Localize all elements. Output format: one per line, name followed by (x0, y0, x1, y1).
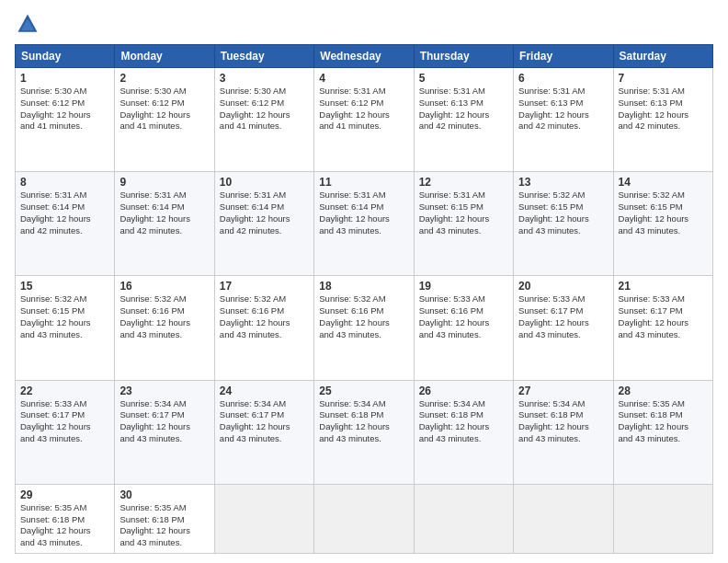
day-info: Sunrise: 5:34 AM Sunset: 6:17 PM Dayligh… (119, 398, 209, 445)
day-number: 28 (619, 385, 708, 397)
day-number: 2 (119, 72, 209, 85)
weekday-header-row: SundayMondayTuesdayWednesdayThursdayFrid… (16, 45, 713, 68)
day-number: 14 (619, 176, 708, 189)
calendar-cell: 4Sunrise: 5:31 AM Sunset: 6:12 PM Daylig… (314, 68, 414, 172)
day-number: 30 (119, 488, 209, 501)
day-info: Sunrise: 5:33 AM Sunset: 6:17 PM Dayligh… (20, 398, 109, 445)
day-info: Sunrise: 5:31 AM Sunset: 6:14 PM Dayligh… (220, 190, 309, 236)
day-number: 21 (619, 280, 708, 293)
calendar-cell: 16Sunrise: 5:32 AM Sunset: 6:16 PM Dayli… (115, 276, 214, 380)
weekday-monday: Monday (115, 45, 214, 68)
day-number: 27 (518, 385, 608, 397)
day-number: 3 (220, 72, 309, 85)
week-row-5: 29Sunrise: 5:35 AM Sunset: 6:18 PM Dayli… (16, 484, 713, 553)
day-info: Sunrise: 5:30 AM Sunset: 6:12 PM Dayligh… (20, 86, 109, 132)
calendar-cell: 9Sunrise: 5:31 AM Sunset: 6:14 PM Daylig… (115, 172, 214, 276)
day-info: Sunrise: 5:34 AM Sunset: 6:18 PM Dayligh… (319, 398, 408, 445)
calendar-cell: 24Sunrise: 5:34 AM Sunset: 6:17 PM Dayli… (214, 380, 313, 484)
day-number: 5 (419, 72, 508, 85)
header (15, 11, 713, 37)
calendar-cell (214, 484, 313, 553)
calendar-cell: 11Sunrise: 5:31 AM Sunset: 6:14 PM Dayli… (314, 172, 414, 276)
calendar-cell: 26Sunrise: 5:34 AM Sunset: 6:18 PM Dayli… (414, 380, 513, 484)
day-number: 25 (319, 385, 408, 397)
calendar-cell: 23Sunrise: 5:34 AM Sunset: 6:17 PM Dayli… (115, 380, 214, 484)
day-number: 15 (20, 280, 109, 293)
calendar-table: SundayMondayTuesdayWednesdayThursdayFrid… (15, 44, 713, 554)
day-info: Sunrise: 5:31 AM Sunset: 6:14 PM Dayligh… (20, 190, 109, 236)
day-info: Sunrise: 5:32 AM Sunset: 6:16 PM Dayligh… (319, 293, 408, 340)
calendar-cell: 7Sunrise: 5:31 AM Sunset: 6:13 PM Daylig… (613, 68, 712, 172)
calendar-cell: 21Sunrise: 5:33 AM Sunset: 6:17 PM Dayli… (613, 276, 712, 380)
day-number: 22 (20, 385, 109, 397)
calendar-cell: 29Sunrise: 5:35 AM Sunset: 6:18 PM Dayli… (16, 484, 115, 553)
day-number: 1 (20, 72, 109, 85)
day-info: Sunrise: 5:33 AM Sunset: 6:17 PM Dayligh… (518, 293, 608, 340)
day-info: Sunrise: 5:31 AM Sunset: 6:12 PM Dayligh… (319, 86, 408, 132)
calendar-cell: 10Sunrise: 5:31 AM Sunset: 6:14 PM Dayli… (214, 172, 313, 276)
day-info: Sunrise: 5:32 AM Sunset: 6:16 PM Dayligh… (119, 293, 209, 340)
weekday-thursday: Thursday (414, 45, 513, 68)
calendar-cell: 14Sunrise: 5:32 AM Sunset: 6:15 PM Dayli… (613, 172, 712, 276)
calendar-cell: 5Sunrise: 5:31 AM Sunset: 6:13 PM Daylig… (414, 68, 513, 172)
page: SundayMondayTuesdayWednesdayThursdayFrid… (0, 0, 728, 563)
calendar-cell (613, 484, 712, 553)
day-info: Sunrise: 5:33 AM Sunset: 6:17 PM Dayligh… (619, 293, 708, 340)
day-info: Sunrise: 5:31 AM Sunset: 6:13 PM Dayligh… (619, 86, 708, 132)
day-number: 8 (20, 176, 109, 189)
weekday-tuesday: Tuesday (214, 45, 313, 68)
day-info: Sunrise: 5:32 AM Sunset: 6:16 PM Dayligh… (220, 293, 309, 340)
day-info: Sunrise: 5:34 AM Sunset: 6:18 PM Dayligh… (518, 398, 608, 445)
calendar-cell: 22Sunrise: 5:33 AM Sunset: 6:17 PM Dayli… (16, 380, 115, 484)
day-number: 12 (419, 176, 508, 189)
day-info: Sunrise: 5:35 AM Sunset: 6:18 PM Dayligh… (619, 398, 708, 445)
calendar-cell: 2Sunrise: 5:30 AM Sunset: 6:12 PM Daylig… (115, 68, 214, 172)
calendar-cell: 12Sunrise: 5:31 AM Sunset: 6:15 PM Dayli… (414, 172, 513, 276)
day-info: Sunrise: 5:31 AM Sunset: 6:13 PM Dayligh… (518, 86, 608, 132)
calendar-cell: 8Sunrise: 5:31 AM Sunset: 6:14 PM Daylig… (16, 172, 115, 276)
week-row-1: 1Sunrise: 5:30 AM Sunset: 6:12 PM Daylig… (16, 68, 713, 172)
weekday-friday: Friday (514, 45, 613, 68)
calendar-cell (514, 484, 613, 553)
day-number: 16 (119, 280, 209, 293)
day-number: 17 (220, 280, 309, 293)
day-info: Sunrise: 5:34 AM Sunset: 6:18 PM Dayligh… (419, 398, 508, 445)
calendar-cell: 28Sunrise: 5:35 AM Sunset: 6:18 PM Dayli… (613, 380, 712, 484)
day-info: Sunrise: 5:32 AM Sunset: 6:15 PM Dayligh… (518, 190, 608, 236)
week-row-2: 8Sunrise: 5:31 AM Sunset: 6:14 PM Daylig… (16, 172, 713, 276)
calendar-cell: 1Sunrise: 5:30 AM Sunset: 6:12 PM Daylig… (16, 68, 115, 172)
weekday-wednesday: Wednesday (314, 45, 414, 68)
weekday-sunday: Sunday (16, 45, 115, 68)
calendar-cell: 30Sunrise: 5:35 AM Sunset: 6:18 PM Dayli… (115, 484, 214, 553)
calendar-cell: 20Sunrise: 5:33 AM Sunset: 6:17 PM Dayli… (514, 276, 613, 380)
weekday-saturday: Saturday (613, 45, 712, 68)
day-info: Sunrise: 5:31 AM Sunset: 6:13 PM Dayligh… (419, 86, 508, 132)
calendar-cell: 25Sunrise: 5:34 AM Sunset: 6:18 PM Dayli… (314, 380, 414, 484)
day-number: 18 (319, 280, 408, 293)
day-number: 6 (518, 72, 608, 85)
calendar-cell: 6Sunrise: 5:31 AM Sunset: 6:13 PM Daylig… (514, 68, 613, 172)
day-number: 29 (20, 488, 109, 501)
day-info: Sunrise: 5:34 AM Sunset: 6:17 PM Dayligh… (220, 398, 309, 445)
day-info: Sunrise: 5:30 AM Sunset: 6:12 PM Dayligh… (119, 86, 209, 132)
day-number: 19 (419, 280, 508, 293)
calendar-cell: 18Sunrise: 5:32 AM Sunset: 6:16 PM Dayli… (314, 276, 414, 380)
day-info: Sunrise: 5:33 AM Sunset: 6:16 PM Dayligh… (419, 293, 508, 340)
calendar-cell: 27Sunrise: 5:34 AM Sunset: 6:18 PM Dayli… (514, 380, 613, 484)
week-row-3: 15Sunrise: 5:32 AM Sunset: 6:15 PM Dayli… (16, 276, 713, 380)
calendar-cell: 13Sunrise: 5:32 AM Sunset: 6:15 PM Dayli… (514, 172, 613, 276)
calendar-cell: 17Sunrise: 5:32 AM Sunset: 6:16 PM Dayli… (214, 276, 313, 380)
day-number: 13 (518, 176, 608, 189)
day-info: Sunrise: 5:32 AM Sunset: 6:15 PM Dayligh… (20, 293, 109, 340)
day-number: 11 (319, 176, 408, 189)
day-number: 9 (119, 176, 209, 189)
day-number: 10 (220, 176, 309, 189)
calendar-cell (414, 484, 513, 553)
calendar-cell: 15Sunrise: 5:32 AM Sunset: 6:15 PM Dayli… (16, 276, 115, 380)
day-info: Sunrise: 5:31 AM Sunset: 6:15 PM Dayligh… (419, 190, 508, 236)
day-number: 23 (119, 385, 209, 397)
day-number: 4 (319, 72, 408, 85)
logo-icon (15, 11, 40, 37)
calendar-cell (314, 484, 414, 553)
calendar-cell: 19Sunrise: 5:33 AM Sunset: 6:16 PM Dayli… (414, 276, 513, 380)
